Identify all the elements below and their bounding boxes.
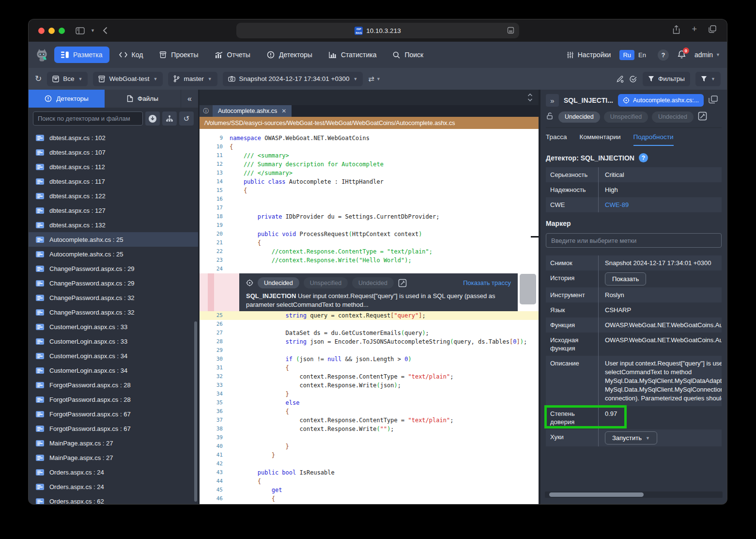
sidebar-scrollbar[interactable] — [194, 321, 197, 502]
collapse-sidebar-button[interactable]: « — [181, 90, 198, 108]
list-item[interactable]: Autocomplete.ashx.cs : 25 — [29, 247, 198, 261]
panel-status-pill[interactable]: Undecided — [652, 111, 694, 123]
settings-button[interactable]: Настройки — [567, 51, 611, 59]
scope-dropdown[interactable]: Все▼ — [47, 72, 88, 86]
user-menu[interactable]: admin▼ — [694, 51, 720, 59]
list-item[interactable]: dbtest.aspx.cs : 107 — [29, 145, 198, 159]
list-item[interactable]: dbtest.aspx.cs : 102 — [29, 130, 198, 145]
list-item[interactable]: CustomerLogin.aspx.cs : 34 — [29, 349, 198, 363]
show-trace-link[interactable]: Показать трассу — [463, 279, 511, 286]
list-item[interactable]: dbtest.aspx.cs : 117 — [29, 174, 198, 189]
popup-status-pill[interactable]: Unspecified — [304, 277, 348, 288]
edit-status-icon[interactable] — [698, 111, 707, 123]
reader-mode-icon[interactable] — [507, 27, 514, 35]
back-icon[interactable] — [103, 27, 108, 34]
nav-tab-code[interactable]: Код — [112, 47, 150, 63]
code-line-38: 38 context.Response.Write(""); — [200, 425, 539, 433]
nav-tab-projects[interactable]: Проекты — [153, 47, 205, 63]
maximize-window-button[interactable] — [59, 28, 65, 34]
detection-card-icon — [36, 251, 44, 257]
tab-detectors[interactable]: Детекторы — [29, 90, 105, 108]
nav-tab-detectors[interactable]: Детекторы — [260, 47, 319, 63]
address-bar[interactable]: ISPRAS 10.10.3.213 — [236, 23, 519, 38]
reset-button[interactable]: ↺ — [179, 111, 194, 126]
lock-open-icon[interactable] — [546, 112, 554, 122]
popup-status-pill[interactable]: Undecided — [352, 277, 394, 288]
file-tab[interactable]: Autocomplete.ashx.cs✕ — [213, 105, 292, 117]
search-input[interactable] — [33, 111, 143, 126]
list-item[interactable]: CustomerLogin.aspx.cs : 33 — [29, 334, 198, 349]
group-tree-button[interactable] — [162, 111, 177, 126]
copy-link-icon[interactable] — [709, 95, 718, 106]
snapshot-dropdown[interactable]: Snapshot 2024-12-17 17:34:01 +0300▼ — [223, 72, 363, 86]
list-item[interactable]: CustomerLogin.aspx.cs : 34 — [29, 363, 198, 378]
lang-en-button[interactable]: En — [635, 50, 649, 60]
run-hooks-button[interactable]: Запустить▼ — [605, 431, 657, 444]
branch-dropdown[interactable]: master▼ — [168, 72, 217, 86]
chevron-down-icon[interactable]: ▼ — [91, 28, 95, 33]
nav-tab-reports[interactable]: Отчеты — [208, 47, 257, 63]
location-button[interactable]: Autocomplete.ashx.cs:... — [618, 94, 704, 107]
lang-ru-button[interactable]: Ru — [619, 50, 634, 60]
tab-files[interactable]: Файлы — [105, 90, 181, 108]
list-item[interactable]: Autocomplete.ashx.cs : 25 — [29, 232, 198, 247]
refresh-button[interactable]: ↻ — [35, 74, 42, 84]
list-item[interactable]: dbtest.aspx.cs : 112 — [29, 159, 198, 174]
list-item[interactable]: CustomerLogin.aspx.cs : 33 — [29, 319, 198, 334]
marker-input[interactable] — [546, 233, 722, 248]
list-item[interactable]: Orders.aspx.cs : 24 — [29, 465, 198, 479]
close-tab-icon[interactable]: ✕ — [281, 108, 286, 114]
panel-status-pill[interactable]: Undecided — [558, 111, 600, 123]
collapse-panel-button[interactable]: » — [546, 94, 559, 107]
list-item-label: MainPage.aspx.cs : 27 — [49, 454, 113, 461]
list-item[interactable]: dbtest.aspx.cs : 122 — [29, 189, 198, 203]
verify-check-icon[interactable] — [629, 75, 637, 83]
property-value[interactable]: CWE-89 — [598, 197, 722, 212]
filters-button[interactable]: Фильтры — [643, 72, 690, 86]
list-item[interactable]: MainPage.aspx.cs : 27 — [29, 450, 198, 465]
show-history-button[interactable]: Показать — [605, 272, 646, 285]
line-number: 22 — [200, 247, 230, 256]
new-tab-icon[interactable]: + — [692, 25, 697, 36]
list-item[interactable]: Orders.aspx.cs : 62 — [29, 494, 198, 504]
sidebar-toggle-icon[interactable] — [76, 27, 85, 34]
list-item[interactable]: ForgotPassword.aspx.cs : 67 — [29, 407, 198, 421]
close-window-button[interactable] — [38, 28, 45, 34]
detector-heading-row: Детектор: SQL_INJECTION ? — [546, 153, 722, 162]
list-item[interactable]: Orders.aspx.cs : 24 — [29, 479, 198, 494]
project-dropdown[interactable]: WebGoat-test▼ — [93, 72, 163, 86]
compare-snapshots-button[interactable]: ⇄ ▼ — [368, 75, 381, 83]
nav-tab-search[interactable]: Поиск — [386, 47, 430, 63]
detail-tab-Трасса[interactable]: Трасса — [546, 133, 567, 146]
panel-hscrollbar-thumb[interactable] — [549, 492, 644, 497]
notifications-button[interactable]: 0 — [678, 50, 686, 60]
download-button[interactable] — [145, 111, 160, 126]
tab-overview-icon[interactable] — [709, 25, 716, 36]
list-item[interactable]: ChangePassword.aspx.cs : 29 — [29, 261, 198, 276]
popup-status-pill[interactable]: Undecided — [258, 277, 299, 288]
panel-status-pill[interactable]: Unspecified — [604, 111, 648, 123]
list-item[interactable]: MainPage.aspx.cs : 27 — [29, 436, 198, 450]
edit-status-icon[interactable] — [398, 279, 407, 287]
nav-tab-markup[interactable]: Разметка — [54, 47, 109, 63]
list-item[interactable]: ChangePassword.aspx.cs : 29 — [29, 276, 198, 290]
clear-filters-button[interactable]: ▼ — [695, 72, 721, 86]
nav-tab-statistics[interactable]: Статистика — [322, 47, 384, 63]
list-item[interactable]: ForgotPassword.aspx.cs : 67 — [29, 421, 198, 436]
list-item[interactable]: ChangePassword.aspx.cs : 32 — [29, 290, 198, 305]
code-scrollbar-thumb[interactable] — [520, 274, 536, 304]
info-icon[interactable]: ⓘ — [200, 105, 213, 117]
sort-toggle-icon[interactable] — [527, 93, 533, 104]
detector-help-icon[interactable]: ? — [639, 153, 648, 162]
help-button[interactable]: ? — [658, 49, 669, 61]
list-item[interactable]: ForgotPassword.aspx.cs : 28 — [29, 392, 198, 407]
list-item[interactable]: ForgotPassword.aspx.cs : 28 — [29, 378, 198, 392]
detail-tab-Комментарии[interactable]: Комментарии — [580, 133, 621, 146]
list-item[interactable]: ChangePassword.aspx.cs : 32 — [29, 305, 198, 319]
detail-tab-Подробности[interactable]: Подробности — [633, 133, 674, 146]
minimize-window-button[interactable] — [48, 28, 55, 34]
share-icon[interactable] — [673, 25, 680, 36]
list-item[interactable]: dbtest.aspx.cs : 132 — [29, 218, 198, 232]
list-item[interactable]: dbtest.aspx.cs : 127 — [29, 203, 198, 218]
edit-pen-icon[interactable] — [616, 75, 624, 83]
